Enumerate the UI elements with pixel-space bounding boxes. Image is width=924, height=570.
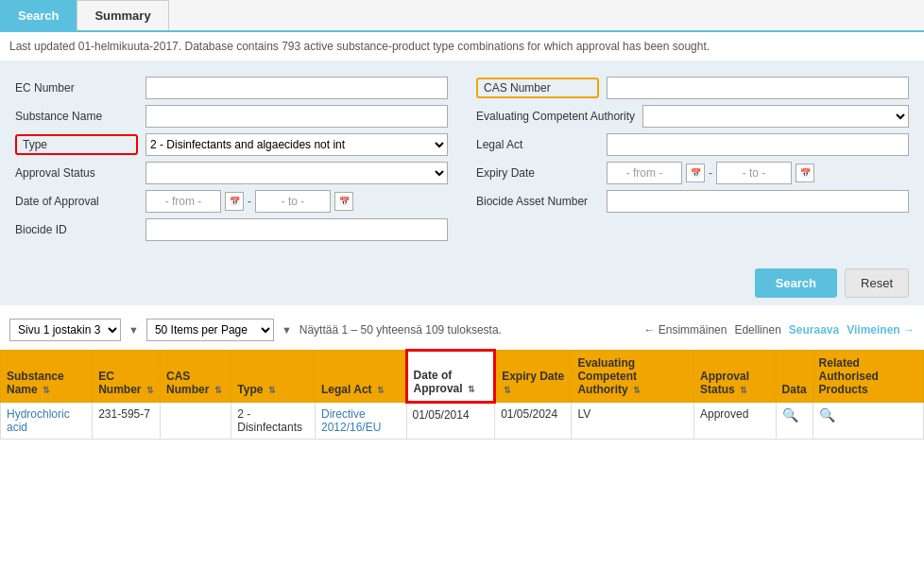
col-substance-name-sort: ⇅ xyxy=(43,386,50,395)
cell-type: 2 - Disinfectants xyxy=(231,403,316,440)
ec-number-value: 231-595-7 xyxy=(98,407,150,421)
col-data: Data xyxy=(776,351,813,403)
ec-number-label: EC Number xyxy=(15,81,138,95)
reset-button[interactable]: Reset xyxy=(845,268,909,298)
type-value: 2 - Disinfectants xyxy=(237,407,302,434)
col-related-products-label: Related Authorised Products xyxy=(819,356,879,396)
col-expiry-date[interactable]: Expiry Date ⇅ xyxy=(495,351,572,403)
date-of-approval-to-icon[interactable]: 📅 xyxy=(334,192,353,211)
expiry-date-from[interactable] xyxy=(607,162,682,184)
col-date-of-approval-sort: ⇅ xyxy=(468,385,475,394)
col-evaluating-ca-sort: ⇅ xyxy=(633,386,641,395)
approval-status-row: Approval Status Approved Rejected Pendin… xyxy=(15,159,448,187)
date-of-approval-label: Date of Approval xyxy=(15,195,138,208)
date-of-approval-group: 📅 - 📅 xyxy=(145,190,448,213)
items-per-page-arrow: ▼ xyxy=(282,324,292,336)
expiry-date-to[interactable] xyxy=(716,162,792,184)
expiry-date-value: 01/05/2024 xyxy=(501,407,557,421)
substance-name-link[interactable]: Hydrochloric acid xyxy=(7,407,70,434)
col-cas-number-label: CAS Number xyxy=(166,370,209,396)
pagination-bar: Sivu 1 jostakin 3 Sivu 2 jostakin 3 Sivu… xyxy=(0,311,924,349)
approval-status-label: Approval Status xyxy=(15,166,138,180)
approval-status-select[interactable]: Approved Rejected Pending xyxy=(145,162,448,184)
related-search-icon[interactable]: 🔍 xyxy=(819,407,835,423)
evaluating-ca-value: LV xyxy=(577,407,590,421)
approval-status-value: Approved xyxy=(700,407,748,421)
prev-page-link[interactable]: Edellinen xyxy=(734,323,780,337)
cell-evaluating-ca: LV xyxy=(572,403,694,440)
col-ec-number[interactable]: EC Number ⇅ xyxy=(93,351,161,403)
last-page-link[interactable]: Viimeinen → xyxy=(847,323,915,337)
cell-approval-status: Approved xyxy=(694,403,777,440)
cas-number-input[interactable] xyxy=(607,77,909,99)
substance-name-row: Substance Name xyxy=(15,102,448,130)
expiry-date-row: Expiry Date 📅 - 📅 xyxy=(476,159,909,187)
col-legal-act[interactable]: Legal Act ⇅ xyxy=(315,351,406,403)
tab-search[interactable]: Search xyxy=(0,0,77,30)
col-evaluating-ca-label: Evaluating Competent Authority xyxy=(577,356,637,396)
next-page-link[interactable]: Seuraava xyxy=(789,323,839,337)
col-type-sort: ⇅ xyxy=(268,386,276,395)
substance-name-input[interactable] xyxy=(145,105,448,128)
search-form: EC Number Substance Name Type 2 - Disinf… xyxy=(0,60,924,257)
cell-expiry-date: 01/05/2024 xyxy=(495,403,572,440)
col-evaluating-ca[interactable]: Evaluating Competent Authority ⇅ xyxy=(572,351,694,403)
pagination-info: Näyttää 1 – 50 yhteensä 109 tuloksesta. xyxy=(299,323,637,337)
cas-number-label: CAS Number xyxy=(476,78,599,98)
ec-number-row: EC Number xyxy=(15,74,448,102)
expiry-date-label: Expiry Date xyxy=(476,166,599,180)
col-cas-number-sort: ⇅ xyxy=(214,386,222,395)
biocide-id-input[interactable] xyxy=(145,218,448,241)
col-type-label: Type xyxy=(237,383,263,396)
col-legal-act-label: Legal Act xyxy=(321,383,372,396)
legal-act-label: Legal Act xyxy=(476,138,599,151)
expiry-date-from-icon[interactable]: 📅 xyxy=(686,164,705,182)
cell-date-of-approval: 01/05/2014 xyxy=(406,403,495,440)
date-of-approval-from-icon[interactable]: 📅 xyxy=(225,192,244,211)
button-row: Search Reset xyxy=(0,257,924,305)
date-of-approval-to[interactable] xyxy=(255,190,331,213)
info-bar: Last updated 01-helmikuuta-2017. Databas… xyxy=(0,32,924,60)
type-select[interactable]: 2 - Disinfectants and algaecides not int xyxy=(145,133,448,156)
col-date-of-approval-label: Date of Approval xyxy=(414,369,463,395)
tab-bar: Search Summary xyxy=(0,0,924,32)
biocide-id-label: Biocide ID xyxy=(15,223,138,236)
first-page-link[interactable]: ← Ensimmäinen xyxy=(643,323,727,337)
biocide-asset-label: Biocide Asset Number xyxy=(476,195,599,208)
legal-act-input[interactable] xyxy=(607,133,909,156)
expiry-date-to-icon[interactable]: 📅 xyxy=(796,164,814,182)
tab-summary[interactable]: Summary xyxy=(77,0,168,30)
col-type[interactable]: Type ⇅ xyxy=(231,351,316,403)
date-sep-1: - xyxy=(248,195,251,208)
cell-legal-act: Directive 2012/16/EU xyxy=(315,403,406,440)
legal-act-link[interactable]: Directive 2012/16/EU xyxy=(321,407,381,434)
biocide-id-row: Biocide ID xyxy=(15,216,448,244)
date-sep-2: - xyxy=(709,166,712,180)
cell-cas-number xyxy=(160,403,231,440)
col-approval-status[interactable]: Approval Status ⇅ xyxy=(694,351,777,403)
col-ec-number-sort: ⇅ xyxy=(146,386,154,395)
form-left-col: EC Number Substance Name Type 2 - Disinf… xyxy=(15,74,448,244)
col-expiry-date-label: Expiry Date xyxy=(502,370,564,383)
col-substance-name-label: Substance Name xyxy=(7,370,64,396)
ec-number-input[interactable] xyxy=(145,77,448,99)
data-search-icon[interactable]: 🔍 xyxy=(782,407,798,423)
cas-number-row: CAS Number xyxy=(476,74,909,102)
search-button[interactable]: Search xyxy=(755,268,837,298)
items-per-page-select[interactable]: 50 Items per Page 10 Items per Page 25 I… xyxy=(146,319,274,341)
form-right-col: CAS Number Evaluating Competent Authorit… xyxy=(476,74,909,244)
cell-related-icon: 🔍 xyxy=(813,403,923,440)
col-substance-name[interactable]: Substance Name ⇅ xyxy=(1,351,93,403)
evaluating-ca-label: Evaluating Competent Authority xyxy=(476,110,635,123)
col-cas-number[interactable]: CAS Number ⇅ xyxy=(160,351,231,403)
biocide-asset-input[interactable] xyxy=(607,190,909,213)
col-date-of-approval[interactable]: Date of Approval ⇅ xyxy=(406,351,495,403)
type-row: Type 2 - Disinfectants and algaecides no… xyxy=(15,130,448,159)
biocide-asset-row: Biocide Asset Number xyxy=(476,187,909,216)
page-select[interactable]: Sivu 1 jostakin 3 Sivu 2 jostakin 3 Sivu… xyxy=(9,319,121,341)
date-of-approval-from[interactable] xyxy=(145,190,221,213)
evaluating-ca-select[interactable]: LV DE FR xyxy=(642,105,909,128)
col-expiry-date-sort: ⇅ xyxy=(504,386,511,395)
col-approval-status-sort: ⇅ xyxy=(740,386,747,395)
type-label: Type xyxy=(15,134,138,155)
